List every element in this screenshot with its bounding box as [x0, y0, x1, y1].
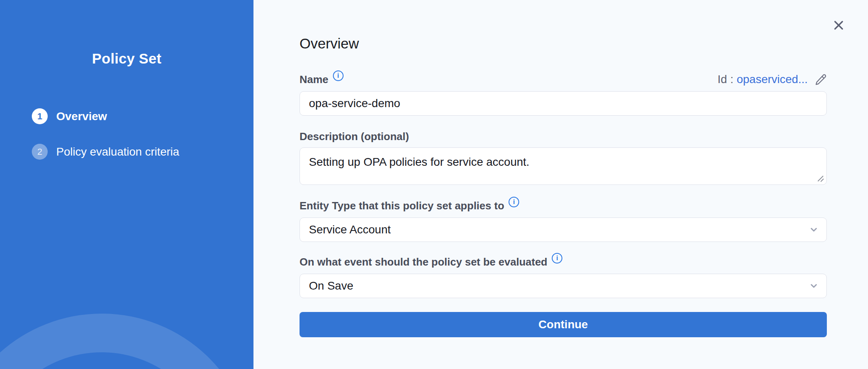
wizard-sidebar: Policy Set 1 Overview 2 Policy evaluatio…	[0, 0, 253, 369]
resize-grip-icon[interactable]	[817, 175, 824, 182]
step-label: Overview	[56, 110, 107, 123]
info-icon[interactable]: i	[333, 70, 344, 81]
evaluation-event-value: On Save	[309, 279, 353, 292]
wizard-title: Policy Set	[0, 51, 253, 67]
info-icon[interactable]: i	[552, 253, 562, 264]
chevron-down-icon	[808, 224, 820, 236]
entity-type-select[interactable]: Service Account	[300, 217, 827, 242]
evaluation-event-select[interactable]: On Save	[300, 274, 827, 298]
step-number-badge: 1	[32, 108, 48, 124]
overview-form-panel: Overview Name i Id : opaserviced... Desc…	[253, 0, 868, 369]
name-label: Name i	[300, 72, 344, 86]
close-icon[interactable]	[831, 17, 847, 33]
chevron-down-icon	[808, 280, 820, 292]
pencil-icon[interactable]	[814, 73, 827, 86]
description-textarea[interactable]: Setting up OPA policies for service acco…	[300, 147, 827, 185]
step-label: Policy evaluation criteria	[56, 145, 179, 158]
entity-type-label: Entity Type that this policy set applies…	[300, 199, 519, 213]
step-policy-evaluation-criteria[interactable]: 2 Policy evaluation criteria	[32, 144, 179, 160]
description-textarea-wrap: Setting up OPA policies for service acco…	[300, 147, 827, 185]
id-area: Id : opaserviced...	[718, 72, 827, 86]
name-input[interactable]	[300, 91, 827, 116]
name-label-row: Name i Id : opaserviced...	[300, 72, 827, 86]
entity-type-value: Service Account	[309, 223, 391, 236]
page-title: Overview	[300, 34, 827, 53]
description-group: Description (optional) Setting up OPA po…	[300, 130, 827, 185]
id-prefix-label: Id :	[718, 72, 734, 86]
entity-type-group: Entity Type that this policy set applies…	[300, 199, 827, 242]
info-icon[interactable]: i	[509, 197, 519, 207]
id-value-link[interactable]: opaserviced...	[737, 72, 808, 86]
step-overview[interactable]: 1 Overview	[32, 108, 179, 124]
wizard-steps: 1 Overview 2 Policy evaluation criteria	[32, 108, 179, 179]
evaluation-event-group: On what event should the policy set be e…	[300, 255, 827, 298]
decorative-wave	[0, 314, 253, 369]
continue-button[interactable]: Continue	[300, 312, 827, 337]
evaluation-event-label: On what event should the policy set be e…	[300, 255, 562, 269]
step-number-badge: 2	[32, 144, 48, 160]
description-label: Description (optional)	[300, 130, 409, 143]
